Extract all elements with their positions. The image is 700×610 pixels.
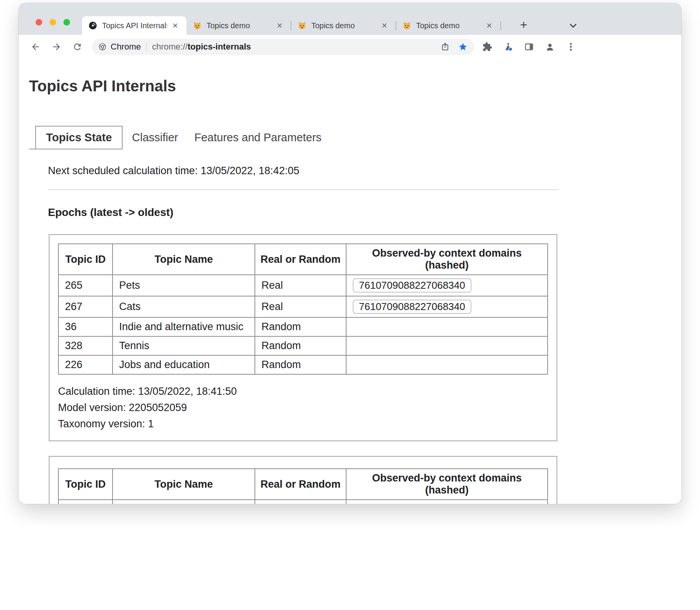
browser-tab-topics-demo-1[interactable]: Topics demo × [186, 16, 291, 35]
tab-title: Topics demo [311, 21, 376, 30]
domains-cell: 7610709088227068340 [346, 275, 548, 296]
topic-name-cell: Indie and alternative music [113, 317, 255, 336]
browser-window: Topics API Internals × Topics demo × Top… [19, 3, 681, 504]
zoom-window-button[interactable] [63, 19, 70, 26]
tab-title: Topics demo [416, 21, 481, 30]
topics-table: Topic ID Topic Name Real or Random Obser… [58, 243, 548, 375]
toolbar-actions [480, 39, 579, 55]
table-row: 265 Pets Real 7610709088227068340 [58, 275, 548, 296]
topic-name-cell: Tennis [113, 336, 255, 355]
calculation-time: Calculation time: 13/05/2022, 18:41:50 [58, 383, 548, 399]
cat-favicon-icon [402, 21, 411, 30]
internals-favicon-icon [88, 21, 97, 30]
epoch-panel-older: Topic ID Topic Name Real or Random Obser… [49, 456, 557, 504]
tab-strip: Topics API Internals × Topics demo × Top… [19, 3, 681, 35]
table-header-row: Topic ID Topic Name Real or Random Obser… [58, 244, 548, 275]
extensions-puzzle-icon[interactable] [480, 39, 495, 55]
close-tab-icon[interactable]: × [484, 21, 494, 31]
table-row: 328 Tennis Random [58, 336, 548, 355]
browser-tab-topics-internals[interactable]: Topics API Internals × [82, 16, 186, 35]
browser-tab-topics-demo-2[interactable]: Topics demo × [291, 16, 396, 35]
topic-id-cell: 267 [58, 296, 113, 317]
profile-avatar-icon[interactable] [542, 39, 558, 55]
real-or-random-cell: Real [255, 275, 346, 296]
new-tab-button[interactable]: + [516, 17, 531, 33]
browser-tabs: Topics API Internals × Topics demo × Top… [82, 16, 501, 35]
table-row: 123 Printing and publishing Random [58, 500, 548, 504]
browser-toolbar: Chrome chrome://topics-internals [19, 35, 681, 59]
col-header-topic-name: Topic Name [113, 469, 255, 500]
tab-title: Topics API Internals [102, 21, 167, 30]
col-header-real-or-random: Real or Random [255, 244, 346, 275]
epoch-info: Calculation time: 13/05/2022, 18:41:50 M… [58, 383, 548, 432]
topics-table: Topic ID Topic Name Real or Random Obser… [58, 468, 548, 504]
url-text: chrome://topics-internals [152, 42, 251, 52]
domains-cell: 7610709088227068340 [346, 296, 548, 317]
real-or-random-cell: Random [255, 336, 346, 355]
table-header-row: Topic ID Topic Name Real or Random Obser… [58, 469, 548, 500]
browser-tab-topics-demo-3[interactable]: Topics demo × [396, 16, 500, 35]
topic-name-cell: Pets [113, 275, 255, 296]
real-or-random-cell: Random [255, 355, 346, 374]
col-header-topic-name: Topic Name [113, 244, 255, 275]
tab-classifier[interactable]: Classifier [132, 131, 178, 149]
cat-favicon-icon [297, 21, 307, 30]
chevron-down-icon[interactable] [568, 20, 579, 31]
site-chip-label: Chrome [111, 42, 141, 52]
url-scheme: chrome:// [152, 42, 188, 51]
tab-separator [500, 21, 501, 30]
epoch-panel-latest: Topic ID Topic Name Real or Random Obser… [49, 234, 557, 441]
table-row: 226 Jobs and education Random [58, 355, 548, 374]
reload-button[interactable] [69, 38, 86, 55]
topic-id-cell: 123 [58, 500, 113, 504]
real-or-random-cell: Real [255, 296, 346, 317]
col-header-real-or-random: Real or Random [255, 469, 346, 500]
close-tab-icon[interactable]: × [379, 21, 389, 31]
minimize-window-button[interactable] [50, 19, 56, 26]
domains-cell [346, 355, 548, 374]
page-content: Topics API Internals Topics State Classi… [19, 59, 681, 504]
share-icon[interactable] [438, 39, 452, 54]
real-or-random-cell: Random [255, 317, 346, 336]
topic-id-cell: 226 [58, 355, 113, 374]
address-bar[interactable]: Chrome chrome://topics-internals [92, 39, 474, 55]
close-window-button[interactable] [36, 19, 42, 26]
section-divider [48, 189, 558, 190]
taxonomy-version: Taxonomy version: 1 [58, 416, 548, 432]
topic-name-cell: Printing and publishing [113, 500, 255, 504]
table-row: 36 Indie and alternative music Random [58, 317, 548, 336]
tab-features-and-parameters[interactable]: Features and Parameters [195, 131, 322, 149]
domains-cell [346, 317, 548, 336]
cat-favicon-icon [193, 21, 202, 30]
epochs-heading: Epochs (latest -> oldest) [48, 206, 681, 219]
url-host: topics-internals [188, 42, 251, 51]
side-panel-icon[interactable] [521, 39, 537, 55]
domains-cell [346, 500, 548, 504]
menu-dots-icon[interactable] [563, 39, 579, 55]
topic-id-cell: 328 [58, 336, 113, 355]
col-header-topic-id: Topic ID [58, 244, 113, 275]
page-tab-bar: Topics State Classifier Features and Par… [29, 126, 681, 149]
chrome-logo-icon [98, 43, 107, 51]
model-version: Model version: 2205052059 [58, 399, 548, 416]
page-title: Topics API Internals [29, 77, 681, 95]
back-button[interactable] [27, 38, 44, 55]
close-tab-icon[interactable]: × [275, 21, 285, 31]
hashed-domain-value: 7610709088227068340 [353, 278, 471, 293]
close-tab-icon[interactable]: × [170, 21, 180, 31]
topic-name-cell: Jobs and education [113, 355, 255, 374]
real-or-random-cell: Random [255, 500, 346, 504]
tab-bar-edge [29, 127, 35, 149]
col-header-topic-id: Topic ID [58, 469, 113, 500]
labs-flask-icon[interactable] [500, 39, 516, 55]
tab-topics-state[interactable]: Topics State [35, 126, 123, 149]
domains-cell [346, 336, 548, 355]
next-calculation-time: Next scheduled calculation time: 13/05/2… [48, 165, 681, 177]
col-header-observed-by: Observed-by context domains (hashed) [346, 244, 548, 275]
forward-button[interactable] [48, 38, 65, 55]
window-controls [36, 19, 70, 26]
col-header-observed-by: Observed-by context domains (hashed) [346, 469, 548, 500]
table-row: 267 Cats Real 7610709088227068340 [58, 296, 548, 317]
bookmark-star-icon[interactable] [456, 39, 470, 54]
chip-divider [146, 43, 147, 51]
